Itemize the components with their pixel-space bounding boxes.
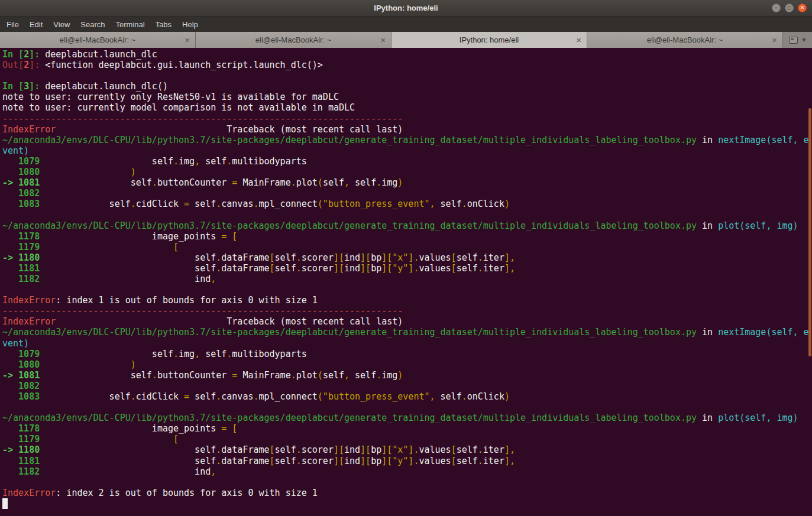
terminal-line <box>2 477 812 488</box>
terminal-line: -> 1081 self.buttonCounter = MainFrame.p… <box>2 370 812 381</box>
tab-label: eli@eli-MacBookAir: ~ <box>44 35 151 44</box>
terminal-line: 1083 self.cidClick = self.canvas.mpl_con… <box>2 199 812 209</box>
terminal-line: Out[2]: <function deeplabcut.gui.launch_… <box>2 60 812 70</box>
terminal-icon[interactable] <box>789 37 798 44</box>
terminal-line: -> 1081 self.buttonCounter = MainFrame.p… <box>2 177 812 188</box>
tab-bar: eli@eli-MacBookAir: ~×eli@eli-MacBookAir… <box>0 32 812 48</box>
terminal-line: 1179 [ <box>2 434 812 444</box>
terminal-line: vent) <box>2 338 812 349</box>
terminal-line: In [2]: deeplabcut.launch_dlc <box>2 49 812 60</box>
title-bar: IPython: home/eli − ◻ ✕ <box>0 0 812 17</box>
terminal-line: note to user: currently only ResNet50-v1… <box>2 92 812 102</box>
terminal-line: 1182 ind, <box>2 274 812 284</box>
terminal-line: vent) <box>2 145 812 156</box>
tab-strip: eli@eli-MacBookAir: ~×eli@eli-MacBookAir… <box>0 32 784 48</box>
terminal-line: IndexError Traceback (most recent call l… <box>2 124 812 135</box>
minimize-button[interactable]: − <box>772 4 781 12</box>
maximize-button[interactable]: ◻ <box>785 4 794 12</box>
terminal-window: IPython: home/eli − ◻ ✕ FileEditViewSear… <box>0 0 812 516</box>
terminal-line: 1079 self.img, self.multibodyparts <box>2 156 812 167</box>
window-title: IPython: home/eli <box>0 0 812 16</box>
terminal-line <box>2 284 812 295</box>
terminal-tab[interactable]: eli@eli-MacBookAir: ~× <box>587 32 783 48</box>
terminal-line: 1082 <box>2 381 812 391</box>
tab-close-icon[interactable]: × <box>772 35 777 44</box>
scrollbar-thumb[interactable] <box>808 108 811 356</box>
terminal-line: In [3]: deeplabcut.launch_dlc() <box>2 81 812 92</box>
terminal-line: -> 1180 self.dataFrame[self.scorer][ind]… <box>2 444 812 455</box>
tab-label: IPython: home/eli <box>444 35 534 44</box>
terminal-line: IndexError: index 1 is out of bounds for… <box>2 295 812 306</box>
terminal-line: 1182 ind, <box>2 466 812 477</box>
terminal-screen[interactable]: In [2]: deeplabcut.launch_dlcOut[2]: <fu… <box>0 48 812 516</box>
terminal-line: ~/anaconda3/envs/DLC-CPU/lib/python3.7/s… <box>2 327 812 337</box>
menu-bar: FileEditViewSearchTerminalTabsHelp <box>0 17 812 32</box>
menu-item-view[interactable]: View <box>48 17 75 32</box>
menu-item-terminal[interactable]: Terminal <box>111 17 150 32</box>
terminal-output: In [2]: deeplabcut.launch_dlcOut[2]: <fu… <box>2 49 812 509</box>
terminal-line: 1178 image_points = [ <box>2 423 812 434</box>
terminal-line: 1082 <box>2 188 812 199</box>
minimize-icon: − <box>775 5 778 11</box>
terminal-tab[interactable]: IPython: home/eli× <box>392 32 587 48</box>
tab-close-icon[interactable]: × <box>380 35 386 44</box>
terminal-line: 1083 self.cidClick = self.canvas.mpl_con… <box>2 391 812 402</box>
terminal-line: -> 1180 self.dataFrame[self.scorer][ind]… <box>2 252 812 263</box>
menu-item-search[interactable]: Search <box>75 17 110 32</box>
terminal-line: 1079 self.img, self.multibodyparts <box>2 349 812 359</box>
maximize-icon: ◻ <box>787 5 791 11</box>
tab-label: eli@eli-MacBookAir: ~ <box>632 35 738 44</box>
terminal-line: 1080 ) <box>2 359 812 370</box>
menu-item-help[interactable]: Help <box>177 17 203 32</box>
tab-close-icon[interactable]: × <box>576 35 581 44</box>
tab-label: eli@eli-MacBookAir: ~ <box>240 35 347 44</box>
terminal-line: 1080 ) <box>2 167 812 177</box>
terminal-line: IndexError: index 2 is out of bounds for… <box>2 488 812 498</box>
window-controls: − ◻ ✕ <box>772 0 807 16</box>
tab-bar-actions: ▼ <box>784 32 812 48</box>
terminal-tab[interactable]: eli@eli-MacBookAir: ~× <box>196 32 392 48</box>
terminal-line: IndexError Traceback (most recent call l… <box>2 316 812 327</box>
terminal-line <box>2 70 812 81</box>
tab-close-icon[interactable]: × <box>185 35 190 44</box>
terminal-line: note to user: currently model comparison… <box>2 102 812 113</box>
terminal-line <box>2 402 812 413</box>
terminal-line: 1181 self.dataFrame[self.scorer][ind][bp… <box>2 456 812 466</box>
menu-item-edit[interactable]: Edit <box>24 17 48 32</box>
terminal-line: 1179 [ <box>2 242 812 252</box>
close-button[interactable]: ✕ <box>798 4 807 12</box>
terminal-tab[interactable]: eli@eli-MacBookAir: ~× <box>0 32 196 48</box>
terminal-cursor <box>2 498 8 509</box>
menu-item-file[interactable]: File <box>1 17 24 32</box>
terminal-line: 1178 image_points = [ <box>2 231 812 242</box>
terminal-line <box>2 209 812 220</box>
terminal-line: ----------------------------------------… <box>2 113 812 124</box>
terminal-line: ----------------------------------------… <box>2 306 812 316</box>
terminal-line: ~/anaconda3/envs/DLC-CPU/lib/python3.7/s… <box>2 413 812 423</box>
terminal-line <box>2 498 812 509</box>
close-icon: ✕ <box>800 5 805 11</box>
tab-list-caret-icon[interactable]: ▼ <box>801 37 807 43</box>
terminal-line: ~/anaconda3/envs/DLC-CPU/lib/python3.7/s… <box>2 135 812 145</box>
terminal-line: ~/anaconda3/envs/DLC-CPU/lib/python3.7/s… <box>2 220 812 231</box>
terminal-line: 1181 self.dataFrame[self.scorer][ind][bp… <box>2 263 812 274</box>
menu-item-tabs[interactable]: Tabs <box>150 17 177 32</box>
